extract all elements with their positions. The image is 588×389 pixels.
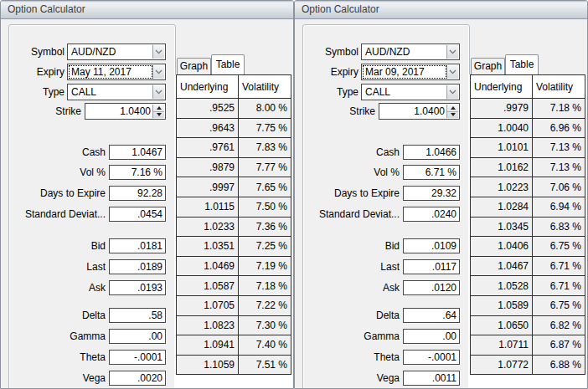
dropdown-button[interactable] [152,45,164,59]
strike-input[interactable]: 1.0400 [379,103,460,120]
table-row[interactable]: 1.07726.88 % [471,355,585,375]
tab-table[interactable]: Table [505,54,539,74]
table-row[interactable]: .99797.18 % [471,99,585,119]
table-row[interactable]: 1.04676.71 % [471,256,585,276]
dropdown-button[interactable] [152,65,164,79]
cell-underlying: .9997 [177,177,239,197]
table-row[interactable]: 1.04697.19 % [177,256,291,276]
strike-input[interactable]: 1.0400 [85,103,166,120]
field-bid[interactable]: .0181 [109,238,166,253]
field-delta[interactable]: .58 [109,308,166,323]
window-title: Option Calculator [302,1,379,18]
field-bid[interactable]: .0109 [403,238,460,253]
table-row[interactable]: 1.02237.06 % [471,177,585,197]
cell-underlying: 1.0284 [471,197,533,217]
tab-table[interactable]: Table [211,54,245,74]
table-row[interactable]: 1.10597.51 % [177,355,291,375]
titlebar[interactable]: Option Calculator [295,1,587,19]
spinner-down-button[interactable] [447,111,458,118]
combo-expiry[interactable]: May 11, 2017 [67,64,166,80]
cell-underlying: 1.0705 [177,295,239,315]
cell-volatility: 6.75 % [533,295,585,315]
table-row[interactable]: 1.01627.13 % [471,157,585,177]
table-row[interactable]: 1.01017.13 % [471,138,585,158]
field-label-cash: Cash [11,145,106,160]
table-row[interactable]: 1.05286.71 % [471,276,585,296]
field-ask[interactable]: .0120 [403,280,460,295]
chevron-down-icon [155,69,162,74]
chevron-down-icon [155,49,162,54]
table-row[interactable]: 1.08237.30 % [177,315,291,335]
field-theta[interactable]: -.0001 [109,350,166,365]
table-row[interactable]: 1.03517.25 % [177,237,291,257]
table-row[interactable]: 1.06506.82 % [471,315,585,335]
field-last[interactable]: .0189 [109,259,166,274]
field-vol[interactable]: 6.71 % [403,165,460,180]
dropdown-button[interactable] [446,45,458,59]
combo-type[interactable]: CALL [67,84,166,100]
cell-underlying: 1.0823 [177,315,239,335]
dropdown-button[interactable] [446,85,458,99]
table-row[interactable]: .96437.75 % [177,118,291,138]
combo-value: May 11, 2017 [71,64,152,79]
field-days-to-expire[interactable]: 29.32 [403,186,460,201]
field-ask[interactable]: .0193 [109,280,166,295]
field-days-to-expire[interactable]: 92.28 [109,186,166,201]
tab-graph[interactable]: Graph [177,58,211,74]
field-vol[interactable]: 7.16 % [109,165,166,180]
table-row[interactable]: 1.01157.50 % [177,197,291,217]
cell-volatility: 7.40 % [239,335,291,356]
field-theta[interactable]: -.0001 [403,350,460,365]
cell-volatility: 7.13 % [533,157,585,177]
tab-graph[interactable]: Graph [471,58,505,74]
table-row[interactable]: 1.05877.18 % [177,276,291,296]
field-gamma[interactable]: .00 [403,329,460,344]
cell-volatility: 6.75 % [533,237,585,257]
field-delta[interactable]: .64 [403,308,460,323]
table-row[interactable]: 1.05896.75 % [471,295,585,315]
table-row[interactable]: .95258.00 % [177,99,291,119]
table-row[interactable]: 1.04066.75 % [471,237,585,257]
field-vega[interactable]: .0011 [403,371,460,386]
table-row[interactable]: .99977.65 % [177,177,291,197]
table-row[interactable]: .97617.83 % [177,138,291,158]
field-gamma[interactable]: .00 [109,329,166,344]
cell-volatility: 7.51 % [239,355,291,375]
table-header-row: UnderlyingVolatility [177,75,291,99]
titlebar[interactable]: Option Calculator [1,1,293,19]
cell-volatility: 7.25 % [239,237,291,257]
combo-symbol[interactable]: AUD/NZD [361,44,460,60]
table-row[interactable]: 1.02337.36 % [177,217,291,237]
table-row[interactable]: 1.07057.22 % [177,295,291,315]
field-standard-deviat[interactable]: .0240 [403,207,460,222]
table-row[interactable]: 1.03456.83 % [471,217,585,237]
field-label-ask: Ask [11,280,106,295]
volatility-table: UnderlyingVolatility.99797.18 %1.00406.9… [470,74,585,375]
field-last[interactable]: .0117 [403,259,460,274]
field-cash[interactable]: 1.0467 [109,145,166,160]
table-row[interactable]: 1.00406.96 % [471,118,585,138]
combo-type[interactable]: CALL [361,84,460,100]
dropdown-button[interactable] [446,65,458,79]
combo-expiry[interactable]: Mar 09, 2017 [361,64,460,80]
table-row[interactable]: 1.09417.40 % [177,335,291,356]
table-row[interactable]: 1.07116.87 % [471,335,585,356]
field-standard-deviat[interactable]: .0454 [109,207,166,222]
cell-volatility: 7.65 % [239,177,291,197]
spinner-down-button[interactable] [153,111,164,118]
combo-label-type: Type [9,84,64,100]
cell-volatility: 6.87 % [533,335,585,356]
dropdown-button[interactable] [152,85,164,99]
table-row[interactable]: 1.02846.94 % [471,197,585,217]
cell-underlying: 1.0115 [177,197,239,217]
field-cash[interactable]: 1.0466 [403,145,460,160]
combo-symbol[interactable]: AUD/NZD [67,44,166,60]
field-vega[interactable]: .0020 [109,371,166,386]
table-row[interactable]: .98797.77 % [177,157,291,177]
field-label-delta: Delta [11,308,106,323]
cell-volatility: 7.30 % [239,315,291,335]
cell-volatility: 7.19 % [239,256,291,276]
cell-volatility: 6.71 % [533,276,585,296]
cell-underlying: 1.0101 [471,138,533,158]
field-label-standard-deviat: Standard Deviat... [305,207,400,222]
